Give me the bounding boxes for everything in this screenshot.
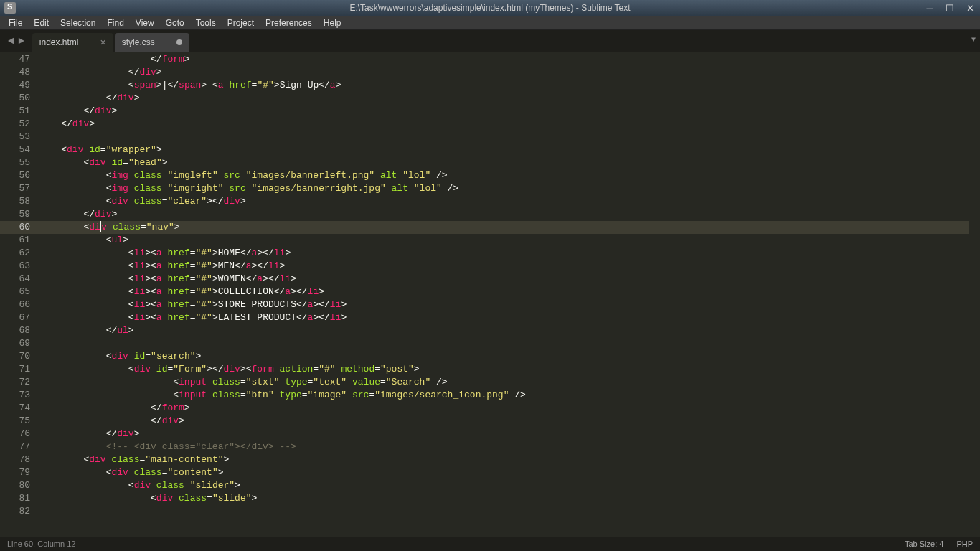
minimize-button[interactable]: ─ [920,0,940,16]
menu-selection[interactable]: Selection [55,18,101,28]
tab-index-html[interactable]: index.html × [32,33,113,52]
editor[interactable]: 4748495051525354555657585960616263646566… [0,52,980,537]
line-number-gutter: 4748495051525354555657585960616263646566… [0,52,39,537]
menu-bar: File Edit Selection Find View Goto Tools… [0,16,980,30]
menu-preferences[interactable]: Preferences [260,18,318,28]
cursor-position: Line 60, Column 12 [7,540,75,548]
tab-label: index.html [39,37,79,47]
tab-dropdown-icon[interactable]: ▼ [971,36,976,44]
menu-goto[interactable]: Goto [160,18,190,28]
menu-view[interactable]: View [130,18,160,28]
close-button[interactable]: ✕ [960,0,980,16]
nav-forward-icon[interactable]: ► [18,35,24,47]
status-bar: Line 60, Column 12 Tab Size: 4 PHP [0,537,980,551]
menu-tools[interactable]: Tools [190,18,222,28]
tab-label: style.css [122,37,155,47]
maximize-button[interactable]: ☐ [940,0,960,16]
tab-close-icon[interactable]: × [100,37,106,48]
nav-arrows[interactable]: ◄ ► [0,30,32,52]
tab-style-css[interactable]: style.css [115,33,189,52]
menu-find[interactable]: Find [101,18,129,28]
app-icon [4,2,16,14]
tab-size[interactable]: Tab Size: 4 [905,540,943,548]
code-area[interactable]: </form> </div> <span>|</span> <a href="#… [39,52,969,537]
tab-bar: ◄ ► index.html × style.css ▼ [0,30,980,52]
menu-help[interactable]: Help [318,18,347,28]
window-title: E:\Task\wwwerrors\adaptivesimple\index.h… [349,3,630,13]
menu-project[interactable]: Project [222,18,260,28]
window-title-bar: E:\Task\wwwerrors\adaptivesimple\index.h… [0,0,980,16]
nav-back-icon[interactable]: ◄ [8,35,14,47]
menu-file[interactable]: File [3,18,28,28]
minimap[interactable] [969,52,980,537]
menu-edit[interactable]: Edit [28,18,55,28]
tab-modified-icon [176,39,182,45]
syntax-mode[interactable]: PHP [956,540,973,548]
